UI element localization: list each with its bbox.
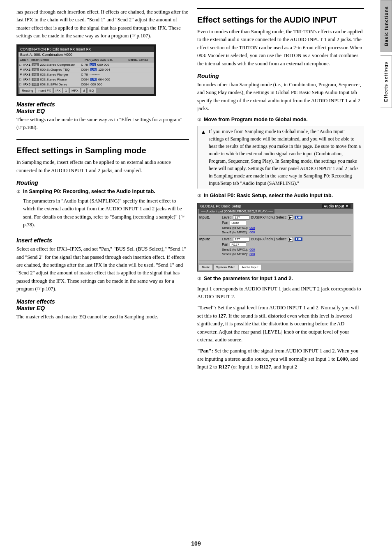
routing-step1-bold: In Sampling P0: Recording, select the Au… xyxy=(23,189,155,194)
section-divider-1 xyxy=(16,139,189,140)
gs-footer-tabs: Basic System Prtct. Audio Input xyxy=(198,263,353,271)
section-divider-right xyxy=(197,8,364,9)
right-step3: ③ Set the parameters for Input 1 and 2. xyxy=(197,275,364,283)
routing-title-left: Routing xyxy=(16,180,189,186)
routing-step1: ① In Sampling P0: Recording, select the … xyxy=(16,188,189,232)
screenshot-titlebar: COMBINATION P5:Edit Insert FX Insert FX xyxy=(18,46,154,52)
note-text: If you move from Sampling mode to Global… xyxy=(209,128,362,187)
intro-paragraph: has passed through each insertion effect… xyxy=(16,8,189,40)
gs-input2-row: Input2 Level: 127 BUS(IFX/Indiv.) Select… xyxy=(199,237,351,256)
right-step2-bold: In Global P0: Basic Setup, select the Au… xyxy=(204,192,333,200)
side-tabs: Basic functions Effects settings xyxy=(376,0,392,555)
gs-tabbar: ══ Audio Input (COMBI,PROG,SEQ,S.PLAY) ═… xyxy=(198,209,353,214)
side-tab-effects-settings[interactable]: Effects settings xyxy=(380,55,392,108)
global-p0-screenshot: GLOBAL P0:Basic Setup Audio Input ▼ ══ A… xyxy=(197,203,353,272)
master-eq2-text: The master effects and master EQ cannot … xyxy=(16,313,189,321)
right-step3-bold: Set the parameters for Input 1 and 2. xyxy=(204,275,293,283)
ifx2-row: ▼ IFX2 INS 000:St.Graphic TEQ C064 L/R 1… xyxy=(18,67,154,72)
left-column: has passed through each insertion effect… xyxy=(16,8,189,543)
right-step1-bold: Move from Program mode to Global mode. xyxy=(204,116,308,124)
master-effects-text-1: These settings can be made in the same w… xyxy=(16,116,189,132)
sampling-intro: In Sampling mode, insert effects can be … xyxy=(16,159,189,175)
sampling-section-title: Effect settings in Sampling mode xyxy=(16,145,189,155)
warning-icon: ▲ xyxy=(201,128,206,187)
gs-body: Input1 Level: 127 BUS(IFX/Indiv.) Select… xyxy=(198,214,353,263)
ifx3-row: ▼ IFX3 INS 023:Stereo Flanger C 78 ·····… xyxy=(18,72,154,77)
insert-effects-text: Select an effect for IFX1–IFX5, and set … xyxy=(16,245,189,293)
pan-paragraph: "Pan": Set the panning of the signal fro… xyxy=(197,347,364,371)
master-effects-title-1: Master effects Master EQ xyxy=(16,101,189,114)
audio-input-title: Effect settings for the AUDIO INPUT xyxy=(197,15,364,25)
right-step2: ② In Global P0: Basic Setup, select the … xyxy=(197,192,364,200)
gs-titlebar: GLOBAL P0:Basic Setup Audio Input ▼ xyxy=(198,203,353,209)
step3-text1: Input 1 corresponds to AUDIO INPUT 1 jac… xyxy=(197,285,364,301)
ifx1-row: □ IFX1 INS 202:Stereo Compressor C 78 L/… xyxy=(18,62,154,67)
right-column: Effect settings for the AUDIO INPUT Even… xyxy=(197,8,364,543)
insert-effects-title: Insert effects xyxy=(16,237,189,244)
audio-input-intro: Even in modes other than Sampling mode, … xyxy=(197,28,364,68)
right-step1: ① Move from Program mode to Global mode. xyxy=(197,116,364,124)
routing-intro-right: In modes other than Sampling mode (i.e.,… xyxy=(197,81,364,113)
level-paragraph: "Level": Set the signal level from AUDIO… xyxy=(197,304,364,344)
screenshot-footer-tabs: Routing Insert FX IFX 1 MFX d EQ xyxy=(18,87,154,94)
screenshot-col-headers: Chain Insert Effect Pan(C00) BUS Sel. Se… xyxy=(18,58,154,62)
side-tab-basic-functions[interactable]: Basic functions xyxy=(380,0,392,52)
note-box: ▲ If you move from Sampling mode to Glob… xyxy=(197,126,364,189)
routing-title-right: Routing xyxy=(197,73,364,79)
ifx5-row: □ IFX5 INS 058:St.BPM Delay C064 000 000 xyxy=(18,82,154,87)
page-number: 109 xyxy=(191,540,201,547)
master-effects-title-2: Master effects Master EQ xyxy=(16,298,189,311)
combination-screenshot: COMBINATION P5:Edit Insert FX Insert FX … xyxy=(16,44,156,96)
ifx4-row: □ IFX4 INS 023:Stereo Phaser C064 L/R 06… xyxy=(18,77,154,82)
screenshot-bank-row: Bank A: 000: Combination A000 xyxy=(18,52,154,58)
gs-input1-row: Input1 Level: 127 BUS(IFX/Indiv.) Select… xyxy=(199,215,351,234)
routing-step1-text: The parameters in "Audio Input (SAMPLING… xyxy=(23,197,189,229)
